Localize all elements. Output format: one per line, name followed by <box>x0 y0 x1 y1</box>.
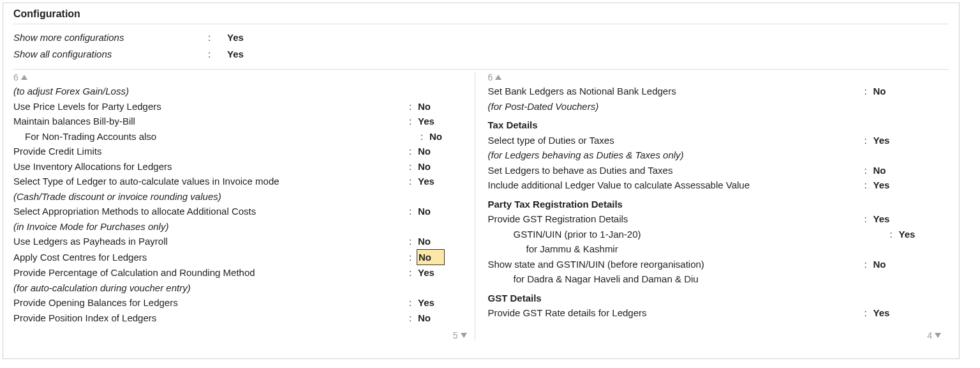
field-value[interactable]: No <box>429 129 442 144</box>
note-text: for Dadra & Nagar Haveli and Daman & Diu <box>488 272 890 287</box>
field-value[interactable]: Yes <box>418 295 434 310</box>
pct-round-row: Provide Percentage of Calculation and Ro… <box>13 265 472 280</box>
bill-by-bill-row: Maintain balances Bill-by-Bill : Yes <box>13 114 472 129</box>
auto-calc-note: (Cash/Trade discount or invoice rounding… <box>13 189 472 204</box>
field-label: Include additional Ledger Value to calcu… <box>488 178 865 193</box>
non-trading-row: For Non-Trading Accounts also : No <box>13 129 472 144</box>
price-levels-row: Use Price Levels for Party Ledgers : No <box>13 99 472 114</box>
field-value[interactable]: Yes <box>418 114 434 129</box>
field-label: Provide Percentage of Calculation and Ro… <box>13 265 409 280</box>
colon: : <box>409 99 418 114</box>
show-all-value[interactable]: Yes <box>227 46 244 63</box>
notional-bank-row: Set Bank Ledgers as Notional Bank Ledger… <box>488 84 947 99</box>
colon: : <box>865 163 873 178</box>
field-value[interactable]: No <box>418 99 431 114</box>
chevron-down-icon <box>935 333 941 338</box>
field-value[interactable]: Yes <box>873 178 890 193</box>
include-addl-row: Include additional Ledger Value to calcu… <box>488 178 947 193</box>
tax-details-heading: Tax Details <box>488 118 947 133</box>
colon: : <box>208 29 227 46</box>
field-value[interactable]: No <box>873 84 886 99</box>
field-value[interactable]: Yes <box>418 265 434 280</box>
pager-top-left-count: 6 <box>13 72 19 82</box>
chevron-down-icon <box>461 333 467 338</box>
party-tax-heading: Party Tax Registration Details <box>488 197 947 212</box>
field-label: Provide Position Index of Ledgers <box>13 310 409 326</box>
field-value[interactable]: No <box>418 144 431 159</box>
colon: : <box>865 211 873 227</box>
chevron-up-icon <box>21 75 27 80</box>
colon: : <box>409 174 418 189</box>
note-text: (for Ledgers behaving as Duties & Taxes … <box>488 148 865 163</box>
field-value[interactable]: Yes <box>873 133 890 148</box>
colon: : <box>409 295 418 310</box>
auto-calc-row: Select Type of Ledger to auto-calculate … <box>13 174 472 189</box>
position-index-row: Provide Position Index of Ledgers : No <box>13 310 472 326</box>
field-value[interactable]: No <box>418 159 431 174</box>
colon: : <box>865 84 873 99</box>
show-more-label: Show more configurations <box>13 29 208 46</box>
gst-rate-row: Provide GST Rate details for Ledgers : Y… <box>488 305 947 321</box>
field-label: GSTIN/UIN (prior to 1-Jan-20) <box>488 227 890 242</box>
appropriation-note: (in Invoice Mode for Purchases only) <box>13 219 472 234</box>
pager-top-right-count: 6 <box>488 72 493 82</box>
field-label: Set Ledgers to behave as Duties and Taxe… <box>488 163 865 178</box>
pdc-note: (for Post-Dated Vouchers) <box>488 99 947 114</box>
note-text: (for auto-calculation during voucher ent… <box>13 280 409 296</box>
heading-text: GST Details <box>488 291 865 306</box>
colon: : <box>208 46 227 63</box>
colon: : <box>420 129 429 144</box>
cost-centres-value[interactable]: No <box>417 249 445 266</box>
colon: : <box>409 114 418 129</box>
field-label: For Non-Trading Accounts also <box>13 129 420 144</box>
field-label: Select Appropriation Methods to allocate… <box>13 204 409 219</box>
pager-bottom-left-count: 5 <box>453 330 458 341</box>
field-label: Provide GST Registration Details <box>488 211 865 227</box>
opening-balances-row: Provide Opening Balances for Ledgers : Y… <box>13 295 472 310</box>
credit-limits-row: Provide Credit Limits : No <box>13 144 472 159</box>
colon: : <box>409 265 418 280</box>
colon: : <box>865 178 873 193</box>
appropriation-row: Select Appropriation Methods to allocate… <box>13 204 472 219</box>
note-text: for Jammu & Kashmir <box>488 241 903 257</box>
gst-details-heading: GST Details <box>488 291 947 306</box>
field-label: Set Bank Ledgers as Notional Bank Ledger… <box>488 84 865 99</box>
pager-bottom-left[interactable]: 5 <box>453 330 467 341</box>
show-more-config-row: Show more configurations : Yes <box>13 29 949 46</box>
config-columns: 6 (to adjust Forex Gain/Loss) Use Price … <box>13 72 949 341</box>
global-config: Show more configurations : Yes Show all … <box>13 27 949 66</box>
field-value[interactable]: Yes <box>418 174 434 189</box>
field-value[interactable]: No <box>873 257 886 272</box>
field-value[interactable]: No <box>418 234 431 249</box>
field-label: Select type of Duties or Taxes <box>488 133 865 148</box>
field-label: Provide Opening Balances for Ledgers <box>13 295 409 310</box>
pager-bottom-right[interactable]: 4 <box>927 330 941 341</box>
note-text: (in Invoice Mode for Purchases only) <box>13 219 409 234</box>
colon: : <box>865 305 873 321</box>
colon: : <box>409 310 418 326</box>
field-value[interactable]: No <box>873 163 886 178</box>
field-label: Provide Credit Limits <box>13 144 409 159</box>
pager-top-left[interactable]: 6 <box>13 72 472 82</box>
field-value[interactable]: Yes <box>873 211 890 227</box>
field-value[interactable]: No <box>418 310 431 326</box>
field-value[interactable]: Yes <box>899 227 916 242</box>
field-label: Select Type of Ledger to auto-calculate … <box>13 174 409 189</box>
colon: : <box>409 144 418 159</box>
note-text: (to adjust Forex Gain/Loss) <box>13 84 409 99</box>
note-text: (Cash/Trade discount or invoice rounding… <box>13 189 409 204</box>
field-value[interactable]: Yes <box>873 305 890 321</box>
show-more-value[interactable]: Yes <box>227 29 244 46</box>
field-label: Use Ledgers as Payheads in Payroll <box>13 234 409 249</box>
pager-top-right[interactable]: 6 <box>488 72 947 82</box>
field-value[interactable]: No <box>418 204 431 219</box>
separator <box>13 69 949 70</box>
show-all-label: Show all configurations <box>13 46 208 63</box>
colon: : <box>865 257 873 272</box>
note-forex: (to adjust Forex Gain/Loss) <box>13 84 472 99</box>
field-label: Use Inventory Allocations for Ledgers <box>13 159 409 174</box>
pct-round-note: (for auto-calculation during voucher ent… <box>13 280 472 296</box>
field-label: Maintain balances Bill-by-Bill <box>13 114 409 129</box>
select-duties-row: Select type of Duties or Taxes : Yes <box>488 133 947 148</box>
gst-registration-row: Provide GST Registration Details : Yes <box>488 211 947 227</box>
